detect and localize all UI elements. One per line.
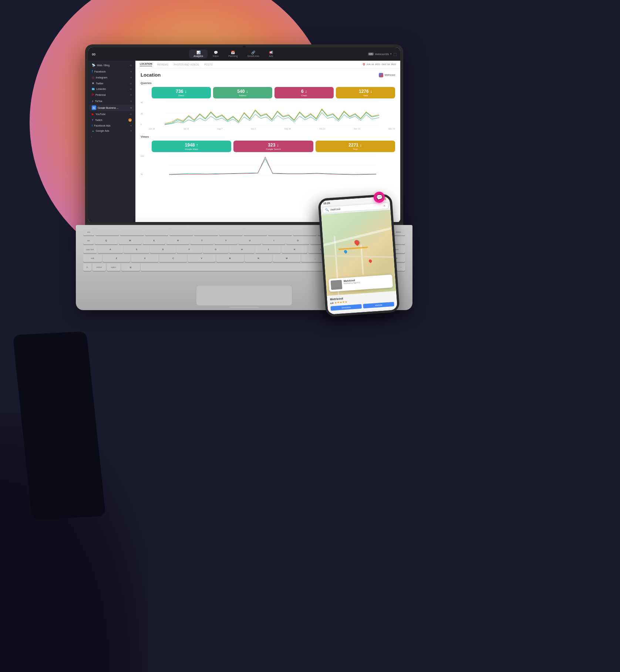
sidebar-label-instagram: Instagram [96,76,129,79]
phone: 13:20 📶🔋 🔍 metrcool ✕ [318,194,400,317]
trackpad[interactable] [196,285,292,306]
facebookads-icon: f [92,124,92,127]
stat-total-views: 2271 ↓ Total [316,141,395,152]
sidebar-label-twitter: Twitter [96,82,128,85]
key-x: X [131,255,159,262]
tiktok-icon: ♪ [92,99,94,103]
key-a: A [98,246,123,253]
header-user: EN Metricool EN ▾ ⬚ [368,52,397,56]
location-title-row: Location Metricool [141,72,395,78]
tab-inbox[interactable]: 💬 Inbox [208,50,223,58]
sidebar-item-googlebusiness[interactable]: G Google Business ... ≡ [89,104,134,111]
tab-smartlinks[interactable]: 🔗 SmartLinks [243,50,264,58]
sidebar-item-twitter[interactable]: ✕ Twitter ∞ [89,81,134,86]
queries-header: Queries [141,81,395,85]
sidebar-item-instagram[interactable]: ◎ Instagram ≡ [89,75,134,80]
sidebar-collapse[interactable]: ‹ [88,134,135,140]
tab-planning[interactable]: 📅 Planning [224,50,242,58]
key-option: option [107,263,120,271]
key-e: E [143,237,166,244]
sidebar-item-facebookads[interactable]: f Facebook Ads ≡ [89,123,134,128]
key-arrow-right: → [397,263,405,271]
tab-analytics[interactable]: 📊 Analytics [189,50,208,58]
views-y-axis: 100 50 [141,155,149,175]
queries-chart-svg [149,101,395,125]
location-title: Location [141,72,161,78]
sidebar-label-googlebusiness: Google Business ... [98,107,129,109]
stat-google-search: 323 ↓ Google Search [233,141,313,152]
app-header: ∞ 📊 Analytics 💬 Inbox 📅 Planning [88,47,400,61]
btn-website[interactable]: Website [363,302,394,309]
facebook-icon: f [92,70,93,73]
phone-search-term: metrcool [330,205,382,211]
googlebusiness-icon: G [92,105,96,110]
queries-chart: 40 20 0 [141,101,395,130]
web-badge: ∞ [130,64,132,67]
chart-x-labels: Jun 18 Jul 13 Aug 7 Sep 1 Sep 26 Oct 21 … [149,128,395,130]
rating-value: 4.8 [330,302,334,305]
nav-location[interactable]: LOCATION [140,63,152,66]
key-capslock: caps lock [83,246,97,253]
key-h: H [229,246,255,253]
stat-google-maps: 1948 ↑ Google Maps [152,141,231,152]
key-f: F [177,246,202,253]
key-command-left: ⌘ [121,263,140,271]
sidebar-label-googleads: Google Ads [96,130,129,132]
sidebar-label-facebook: Facebook [94,70,129,73]
sidebar-item-facebook[interactable]: f Facebook ≡ [89,68,134,74]
business-thumbnail [331,280,343,290]
stat-total-queries: 1276 ↓ Total [336,87,395,98]
sidebar-item-linkedin[interactable]: in LinkedIn ∞ [89,87,134,91]
key-m: M [273,255,300,262]
nav-photos[interactable]: PHOTOS AND VIDEOS [173,63,199,66]
sidebar-item-pinterest[interactable]: P Pinterest ≡ [89,92,134,98]
stat-direct: 736 ↓ Direct [152,87,211,98]
sidebar-item-googleads[interactable]: ▲ Google Ads ≡ [89,128,134,133]
sidebar-label-tiktok: TikTok [95,100,129,103]
linkedin-icon: in [92,88,95,90]
stat-chain: 6 ↓ Chain [274,87,334,98]
twitch-icon: T [92,118,94,122]
map-pin-2 [343,249,348,254]
views-chart-svg [150,155,395,175]
nav-reviews[interactable]: REVIEWS [157,63,168,66]
tab-ads[interactable]: 📢 Ads [264,50,277,58]
sidebar-item-youtube[interactable]: ▶ YouTube ∞ [89,111,134,117]
pinterest-icon: P [92,93,94,97]
views-chart: 100 50 [141,155,395,177]
key-b: B [216,255,244,262]
key-o: O [286,237,309,244]
key-f3 [145,229,169,235]
map-pin-3 [368,259,373,263]
key-r: R [166,237,189,244]
sidebar-item-tiktok[interactable]: ♪ TikTok ≡ [89,98,134,104]
nav-tabs: 📊 Analytics 💬 Inbox 📅 Planning 🔗 SmartLi… [98,50,368,58]
key-c: C [159,255,187,262]
sidebar-item-web[interactable]: 📡 Web / Blog ∞ [89,63,134,68]
map-road-3 [360,245,364,275]
web-icon: 📡 [92,64,95,67]
key-d: D [150,246,175,253]
btn-directions[interactable]: Directions [330,304,362,311]
chat-button[interactable]: 💬 [374,192,385,203]
key-w: W [119,237,142,244]
stat-indirect: 540 ↓ Indirect [213,87,272,98]
nav-posts[interactable]: POSTS [204,63,212,66]
sidebar-label-youtube: YouTube [95,113,128,115]
twitter-icon: ✕ [92,82,94,85]
map-route [338,246,368,250]
map-road-4 [324,255,394,258]
content-header: LOCATION REVIEWS PHOTOS AND VIDEOS POSTS… [135,61,400,68]
key-f8 [268,229,292,235]
views-stats: 1948 ↑ Google Maps 323 ↓ Google Search 2… [152,141,395,152]
key-z: Z [103,255,130,262]
key-f7 [244,229,267,235]
views-header: Views [141,135,395,138]
sidebar-item-twitch[interactable]: T Twitch ● [89,117,134,123]
key-f4 [169,229,193,235]
queries-stats: 736 ↓ Direct 540 ↓ Indirect 6 ↓ Chain [152,87,395,98]
close-icon: ✕ [383,204,386,208]
key-control: control [92,263,106,271]
queries-section: Queries 736 ↓ Direct 540 ↓ Indir [141,81,395,130]
sidebar-label-web: Web / Blog [97,64,128,67]
